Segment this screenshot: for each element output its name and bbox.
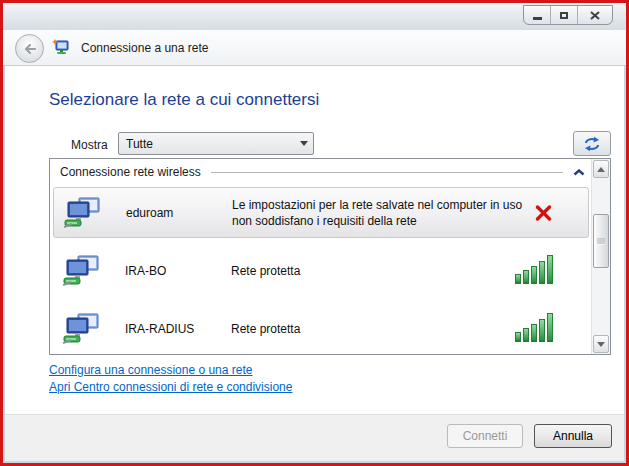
chevron-down-icon (300, 141, 308, 146)
window-title: Connessione a una rete (81, 30, 208, 65)
configure-connection-link[interactable]: Configura una connessione o una rete (49, 362, 292, 379)
error-indicator (535, 204, 552, 221)
page-title: Selezionare la rete a cui connettersi (49, 90, 319, 110)
network-status: Rete protetta (231, 321, 531, 337)
collapse-group-button[interactable] (573, 169, 585, 176)
back-arrow-icon (22, 41, 38, 57)
network-name: eduroam (126, 206, 173, 220)
refresh-networks-button[interactable] (573, 131, 611, 156)
triangle-down-icon (597, 342, 605, 347)
connect-to-network-dialog: Connessione a una rete Selezionare la re… (0, 0, 629, 466)
network-status: Rete protetta (231, 263, 531, 279)
network-name: IRA-RADIUS (125, 322, 194, 336)
list-scrollbar[interactable] (591, 159, 610, 354)
dropdown-arrow-zone[interactable] (295, 133, 313, 154)
network-status: Le impostazioni per la rete salvate nel … (232, 197, 532, 229)
group-header-label: Connessione rete wireless (60, 165, 201, 179)
network-name: IRA-BO (125, 264, 166, 278)
wireless-group-header[interactable]: Connessione rete wireless (50, 159, 591, 185)
dialog-footer: Connetti Annulla (5, 414, 624, 461)
navigation-bar: Connessione a una rete (3, 30, 626, 66)
dropdown-selected-value: Tutte (119, 137, 295, 151)
close-button[interactable] (578, 6, 612, 24)
network-icon (63, 255, 101, 287)
network-app-icon (52, 38, 70, 56)
signal-strength-icon (515, 316, 553, 342)
open-network-center-link[interactable]: Apri Centro connessioni di rete e condiv… (49, 379, 292, 396)
network-list: Connessione rete wireless (49, 158, 611, 355)
window-controls (523, 5, 613, 25)
minimize-button[interactable] (524, 6, 551, 24)
thumb-grip-icon (597, 238, 605, 245)
chevron-up-icon (573, 169, 585, 176)
group-header-divider (211, 172, 563, 173)
dialog-content: Selezionare la rete a cui connettersi Mo… (5, 66, 624, 418)
cancel-button[interactable]: Annulla (534, 424, 612, 448)
network-row-eduroam[interactable]: eduroam Le impostazioni per la rete salv… (53, 187, 589, 238)
minimize-icon (533, 17, 542, 20)
network-row-ira-radius[interactable]: IRA-RADIUS Rete protetta (53, 301, 589, 356)
network-icon (64, 197, 102, 229)
close-icon (590, 11, 600, 20)
network-icon (63, 313, 101, 345)
network-filter-dropdown[interactable]: Tutte (118, 132, 314, 155)
title-bar (3, 3, 626, 30)
network-row-ira-bo[interactable]: IRA-BO Rete protetta (53, 243, 589, 298)
signal-strength-icon (515, 258, 553, 284)
refresh-icon (582, 136, 602, 152)
task-links: Configura una connessione o una rete Apr… (49, 362, 292, 396)
connect-button[interactable]: Connetti (447, 424, 523, 448)
maximize-button[interactable] (551, 6, 578, 24)
show-filter-label: Mostra (71, 138, 108, 152)
triangle-up-icon (597, 167, 605, 172)
scroll-down-button[interactable] (593, 335, 609, 353)
back-button[interactable] (15, 34, 44, 63)
maximize-icon (560, 12, 568, 19)
red-x-icon (535, 204, 552, 221)
scrollbar-thumb[interactable] (593, 214, 609, 268)
scroll-up-button[interactable] (593, 160, 609, 178)
